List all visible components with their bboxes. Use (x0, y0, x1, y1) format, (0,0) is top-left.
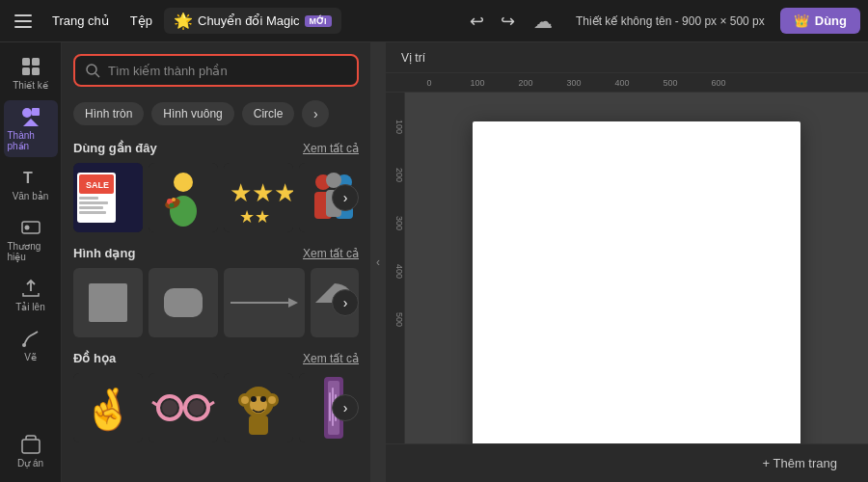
topbar-nav: Trang chủ Tệp 🌟 Chuyển đổi Magic MỚI (42, 8, 341, 34)
graphics-nav-button[interactable]: › (332, 394, 359, 421)
canvas-header: Vị trí (386, 42, 868, 73)
collapse-handle[interactable]: ‹ (370, 42, 386, 482)
canvas-page[interactable] (473, 121, 800, 443)
magic-label: Chuyển đổi Magic (198, 13, 300, 28)
recent-nav-button[interactable]: › (332, 184, 359, 211)
cloud-icon[interactable]: ☁ (526, 10, 560, 33)
sidebar-item-design[interactable]: Thiết kế (4, 50, 58, 96)
undo-button[interactable]: ↩ (462, 7, 491, 36)
list-item[interactable] (149, 373, 218, 442)
svg-rect-42 (89, 283, 127, 322)
canvas-body: 100 200 300 400 500 (386, 93, 868, 443)
topbar: Trang chủ Tệp 🌟 Chuyển đổi Magic MỚI ↩ ↪… (0, 0, 868, 42)
ruler-mark: 400 (598, 78, 646, 88)
chip-more[interactable]: › (302, 100, 329, 127)
icon-bar: Thiết kế Thành phần T Văn bản (0, 42, 62, 482)
sidebar-item-draw[interactable]: Vẽ (4, 322, 58, 368)
redo-button[interactable]: ↪ (493, 7, 522, 36)
svg-rect-14 (22, 440, 40, 453)
chip-hinh-tron[interactable]: Hình tròn (73, 102, 144, 125)
add-page-button[interactable]: + Thêm trang (751, 450, 849, 476)
design-label: Thiết kế (13, 80, 47, 91)
ruler-top: 0 100 200 300 400 500 600 (386, 73, 868, 93)
recent-title: Dùng gần đây (73, 141, 157, 155)
shape-rounded-rect[interactable] (149, 268, 218, 337)
crown-icon: 👑 (794, 13, 809, 28)
svg-point-31 (170, 203, 175, 208)
undo-redo: ↩ ↪ (462, 7, 522, 36)
shapes-nav-button[interactable]: › (332, 289, 359, 316)
canvas-workspace[interactable] (405, 93, 868, 443)
svg-point-55 (189, 400, 204, 415)
svg-rect-65 (249, 415, 268, 435)
list-item[interactable] (224, 373, 293, 442)
elements-label: Thành phần (8, 130, 54, 151)
brand-icon (20, 217, 41, 238)
brand-label: Thương hiệu (8, 241, 54, 262)
search-input[interactable] (108, 64, 347, 78)
svg-rect-24 (79, 211, 106, 214)
svg-rect-4 (32, 58, 40, 66)
draw-icon (20, 328, 41, 349)
ruler-mark-v: 200 (386, 150, 404, 199)
document-title: Thiết kế không tên - 900 px × 500 px (564, 14, 776, 28)
list-item[interactable]: ★★★ ★★ (224, 163, 293, 232)
shapes-viewall[interactable]: Xem tất cả (303, 247, 359, 260)
upload-icon (20, 278, 41, 299)
graphics-viewall[interactable]: Xem tất cả (303, 352, 359, 365)
shape-square[interactable] (73, 268, 143, 337)
ruler-mark: 200 (502, 78, 550, 88)
svg-marker-45 (288, 298, 298, 308)
svg-line-16 (95, 73, 99, 77)
svg-rect-3 (22, 58, 30, 66)
svg-rect-69 (329, 392, 331, 421)
svg-rect-2 (14, 26, 32, 28)
chip-circle[interactable]: Circle (242, 102, 295, 125)
main-layout: Thiết kế Thành phần T Văn bản (0, 42, 868, 482)
projects-icon (20, 434, 41, 455)
section-graphics: Đồ họa Xem tất cả 🤞 (73, 351, 359, 442)
search-bar[interactable] (73, 54, 359, 87)
graphic-items: 🤞 (73, 373, 359, 442)
svg-text:★★: ★★ (239, 207, 270, 227)
sidebar-item-text[interactable]: T Văn bản (4, 161, 58, 207)
text-icon: T (20, 167, 41, 188)
sidebar-item-brand[interactable]: Thương hiệu (4, 211, 58, 268)
svg-point-63 (251, 396, 257, 402)
nav-home[interactable]: Trang chủ (42, 9, 119, 33)
section-shapes: Hình dạng Xem tất cả (73, 246, 359, 337)
svg-point-7 (22, 108, 32, 118)
ruler-mark: 500 (646, 78, 694, 88)
svg-point-13 (22, 343, 26, 347)
recent-viewall[interactable]: Xem tất cả (303, 142, 359, 155)
list-item[interactable]: 🤞 (73, 373, 143, 442)
svg-point-54 (162, 400, 177, 415)
chip-hinh-vuong[interactable]: Hình vuông (151, 102, 233, 125)
svg-rect-0 (14, 14, 32, 16)
dung-label: Dùng (815, 13, 847, 28)
svg-text:★★★: ★★★ (230, 178, 293, 207)
nav-magic[interactable]: 🌟 Chuyển đổi Magic MỚI (164, 8, 341, 34)
shapes-title: Hình dạng (73, 246, 135, 260)
sidebar-item-projects[interactable]: Dự án (4, 428, 58, 474)
svg-text:T: T (23, 170, 33, 186)
list-item[interactable]: SALE (73, 163, 143, 232)
list-item[interactable] (149, 163, 218, 232)
svg-point-12 (24, 226, 29, 230)
nav-file[interactable]: Tệp (121, 9, 162, 33)
svg-point-64 (260, 396, 266, 402)
dung-button[interactable]: 👑 Dùng (780, 8, 860, 34)
svg-rect-43 (164, 288, 203, 317)
ruler-mark-v: 300 (386, 199, 404, 247)
projects-label: Dự án (17, 458, 43, 469)
menu-icon[interactable] (8, 6, 39, 37)
ruler-mark: 0 (405, 78, 453, 88)
svg-rect-5 (22, 67, 30, 75)
shape-arrow[interactable] (224, 268, 305, 337)
svg-rect-22 (79, 201, 108, 204)
svg-text:SALE: SALE (86, 180, 109, 190)
sidebar-item-elements[interactable]: Thành phần (4, 100, 58, 157)
draw-label: Vẽ (24, 352, 37, 362)
recent-items: SALE (73, 163, 359, 232)
sidebar-item-upload[interactable]: Tải lên (4, 272, 58, 318)
